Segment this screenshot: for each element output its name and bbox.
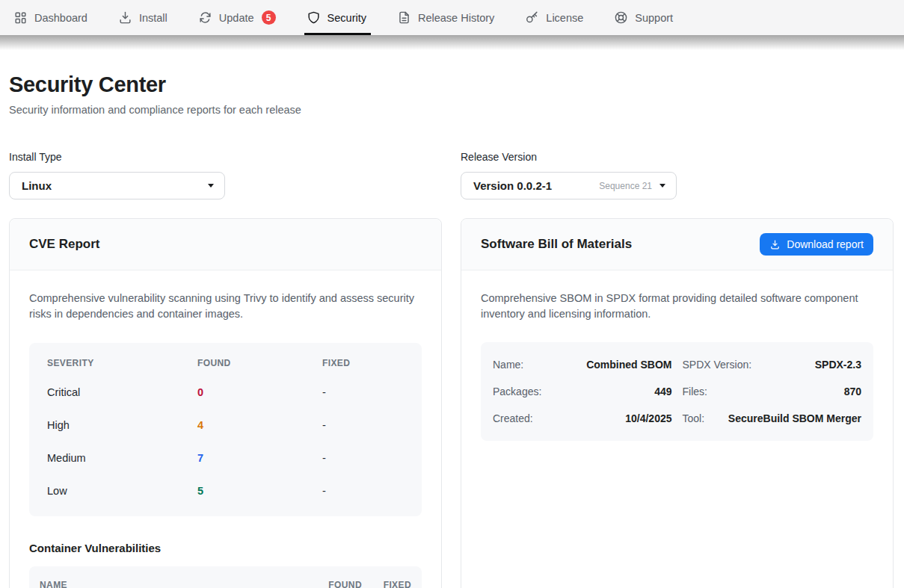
sbom-details-grid: Name: Combined SBOM SPDX Version: SPDX-2… [481, 342, 873, 441]
fixed-value: - [322, 419, 404, 431]
list-item: Files: 870 [683, 378, 862, 405]
severity-label: Low [47, 485, 197, 497]
container-vulnerabilities-table: NAME FOUND FIXED [29, 566, 422, 588]
lifebuoy-icon [614, 10, 628, 25]
detail-value: Combined SBOM [586, 359, 671, 371]
sbom-header: Software Bill of Materials Download repo… [461, 219, 893, 270]
nav-shadow-divider [0, 35, 904, 50]
chevron-down-icon [208, 184, 214, 188]
chevron-down-icon [659, 184, 665, 188]
severity-column-header: SEVERITY [47, 358, 197, 368]
nav-item-label: Support [635, 12, 673, 24]
nav-item-support[interactable]: Support [614, 0, 673, 35]
nav-item-license[interactable]: License [525, 0, 583, 35]
table-row: High 4 - [29, 409, 422, 442]
top-navigation: Dashboard Install Update 5 Security Rele… [0, 0, 904, 35]
table-row: Low 5 - [29, 474, 422, 507]
severity-table: SEVERITY FOUND FIXED Critical 0 - High 4… [29, 343, 422, 516]
severity-label: High [47, 419, 197, 431]
list-item: Packages: 449 [493, 378, 672, 405]
list-item: SPDX Version: SPDX-2.3 [683, 351, 862, 378]
table-row: Critical 0 - [29, 376, 422, 409]
release-version-field: Release Version Version 0.0.2-1 Sequence… [461, 151, 894, 199]
nav-item-update[interactable]: Update 5 [198, 0, 276, 35]
detail-value: 870 [844, 386, 861, 397]
install-type-field: Install Type Linux [9, 151, 442, 199]
release-version-label: Release Version [461, 151, 894, 163]
detail-label: Name: [493, 359, 523, 371]
nav-item-security[interactable]: Security [307, 0, 366, 35]
sbom-description: Comprehensive SBOM in SPDX format provid… [481, 291, 873, 322]
cve-report-description: Comprehensive vulnerability scanning usi… [29, 291, 422, 322]
sbom-title: Software Bill of Materials [481, 237, 632, 252]
page-subtitle: Security information and compliance repo… [9, 104, 894, 116]
release-version-value: Version 0.0.2-1 [473, 179, 593, 192]
found-value: 4 [197, 419, 322, 431]
container-vulnerabilities-title: Container Vulnerabilities [29, 542, 422, 554]
update-count-badge: 5 [262, 10, 276, 25]
sbom-body: Comprehensive SBOM in SPDX format provid… [461, 270, 893, 461]
nav-item-label: Update [219, 12, 254, 24]
detail-value: SPDX-2.3 [815, 359, 861, 371]
cve-report-body: Comprehensive vulnerability scanning usi… [10, 270, 441, 588]
fixed-value: - [322, 485, 404, 497]
fixed-value: - [322, 452, 404, 464]
document-icon [397, 10, 411, 25]
detail-label: Tool: [683, 412, 705, 424]
nav-item-label: Install [139, 12, 167, 24]
found-column-header: FOUND [197, 358, 322, 368]
install-type-select[interactable]: Linux [9, 172, 225, 199]
found-value: 5 [197, 485, 322, 497]
severity-table-header: SEVERITY FOUND FIXED [29, 350, 422, 376]
nav-item-label: Dashboard [34, 12, 87, 24]
page-title: Security Center [9, 72, 894, 97]
nav-item-install[interactable]: Install [118, 0, 167, 35]
found-value: 7 [197, 452, 322, 464]
download-report-button[interactable]: Download report [760, 233, 873, 256]
severity-label: Medium [47, 452, 197, 464]
install-type-label: Install Type [9, 151, 442, 163]
download-icon [769, 239, 781, 250]
report-cards: CVE Report Comprehensive vulnerability s… [9, 218, 894, 588]
nav-item-label: License [546, 12, 583, 24]
filters-row: Install Type Linux Release Version Versi… [9, 151, 894, 199]
list-item: Created: 10/4/2025 [493, 405, 672, 432]
list-item: Tool: SecureBuild SBOM Merger [683, 405, 862, 432]
name-column-header: NAME [40, 580, 308, 588]
detail-value: 10/4/2025 [625, 412, 671, 424]
dashboard-icon [13, 10, 28, 25]
detail-label: Files: [683, 386, 707, 397]
shield-icon [307, 10, 321, 25]
fixed-column-header: FIXED [362, 580, 411, 588]
nav-item-label: Release History [418, 12, 494, 24]
release-version-select[interactable]: Version 0.0.2-1 Sequence 21 [461, 172, 677, 199]
security-center-page: Security Center Security information and… [0, 50, 904, 588]
sbom-card: Software Bill of Materials Download repo… [461, 218, 894, 588]
cve-report-title: CVE Report [29, 237, 99, 252]
refresh-icon [198, 10, 212, 25]
detail-value: SecureBuild SBOM Merger [728, 412, 861, 424]
release-version-sequence: Sequence 21 [599, 181, 652, 191]
download-icon [118, 10, 132, 25]
detail-label: SPDX Version: [683, 359, 752, 371]
detail-value: 449 [654, 386, 671, 397]
fixed-column-header: FIXED [322, 358, 404, 368]
download-report-label: Download report [787, 238, 864, 250]
detail-label: Created: [493, 412, 533, 424]
list-item: Name: Combined SBOM [493, 351, 672, 378]
container-vulnerabilities-header: NAME FOUND FIXED [29, 566, 422, 588]
found-value: 0 [197, 386, 322, 398]
nav-item-label: Security [328, 12, 366, 24]
severity-label: Critical [47, 386, 197, 398]
nav-item-dashboard[interactable]: Dashboard [13, 0, 87, 35]
install-type-value: Linux [22, 179, 202, 192]
detail-label: Packages: [493, 386, 541, 397]
nav-item-release-history[interactable]: Release History [397, 0, 494, 35]
fixed-value: - [322, 386, 404, 398]
cve-report-card: CVE Report Comprehensive vulnerability s… [9, 218, 442, 588]
found-column-header: FOUND [308, 580, 362, 588]
cve-report-header: CVE Report [10, 219, 441, 270]
table-row: Medium 7 - [29, 442, 422, 474]
key-icon [525, 10, 539, 25]
